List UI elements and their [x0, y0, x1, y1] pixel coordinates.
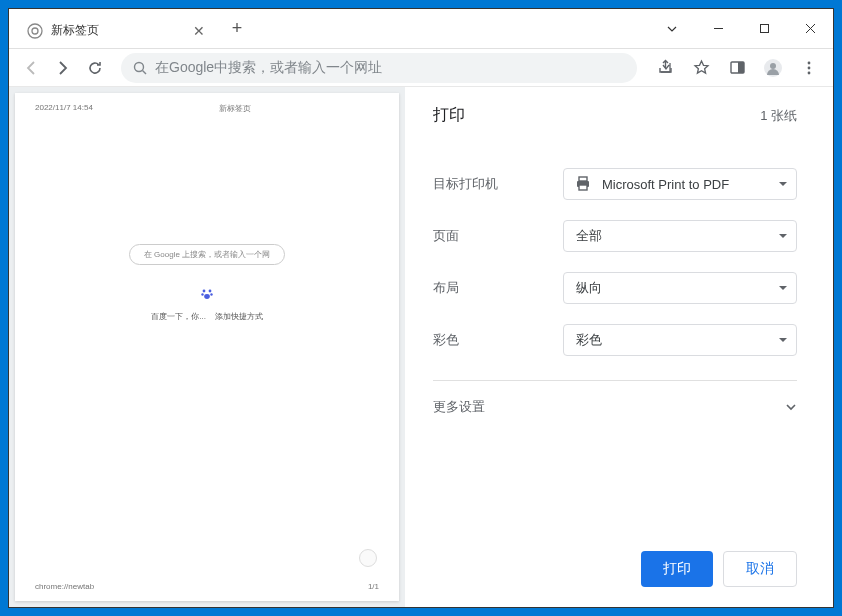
- svg-point-15: [201, 293, 203, 295]
- content-area: 2022/11/7 14:54 新标签页 在 Google 上搜索，或者输入一个…: [9, 87, 833, 607]
- close-button[interactable]: [787, 13, 833, 45]
- more-settings[interactable]: 更多设置: [433, 381, 797, 433]
- chevron-down-icon[interactable]: [649, 13, 695, 45]
- profile-icon[interactable]: [757, 52, 789, 84]
- print-settings-panel: 打印 1 张纸 目标打印机 Microsoft Print to PDF 页面 …: [405, 87, 833, 607]
- caret-down-icon: [778, 233, 788, 239]
- window-controls: [649, 13, 833, 45]
- maximize-button[interactable]: [741, 13, 787, 45]
- preview-fab: [359, 549, 377, 567]
- address-bar[interactable]: 在Google中搜索，或者输入一个网址: [121, 53, 637, 83]
- color-label: 彩色: [433, 331, 563, 349]
- menu-icon[interactable]: [793, 52, 825, 84]
- layout-row: 布局 纵向: [433, 262, 797, 314]
- preview-body: 在 Google 上搜索，或者输入一个网 百度一下，你... 添加快捷方式: [35, 114, 379, 582]
- print-title: 打印: [433, 105, 465, 126]
- pages-label: 页面: [433, 227, 563, 245]
- svg-point-4: [135, 62, 144, 71]
- print-header: 打印 1 张纸: [433, 105, 797, 126]
- forward-button[interactable]: [49, 54, 77, 82]
- svg-point-17: [204, 294, 210, 299]
- printer-icon: [574, 175, 592, 193]
- print-preview-pane: 2022/11/7 14:54 新标签页 在 Google 上搜索，或者输入一个…: [9, 87, 405, 607]
- destination-select[interactable]: Microsoft Print to PDF: [563, 168, 797, 200]
- svg-point-11: [808, 66, 811, 69]
- pages-select[interactable]: 全部: [563, 220, 797, 252]
- browser-window: 新标签页 ✕ + 在Google中搜索，或者输入一个网址: [8, 8, 834, 608]
- color-select[interactable]: 彩色: [563, 324, 797, 356]
- preview-pagenum: 1/1: [368, 582, 379, 591]
- preview-shortcuts: 百度一下，你... 添加快捷方式: [151, 311, 263, 322]
- destination-label: 目标打印机: [433, 175, 563, 193]
- more-settings-label: 更多设置: [433, 398, 485, 416]
- svg-point-13: [203, 290, 206, 293]
- svg-point-1: [32, 28, 38, 34]
- svg-rect-18: [579, 177, 587, 181]
- back-button[interactable]: [17, 54, 45, 82]
- preview-page-label: 新标签页: [219, 103, 251, 114]
- sheet-count: 1 张纸: [760, 107, 797, 125]
- preview-page: 2022/11/7 14:54 新标签页 在 Google 上搜索，或者输入一个…: [15, 93, 399, 601]
- svg-point-0: [28, 24, 42, 38]
- svg-rect-20: [579, 185, 587, 190]
- browser-tab[interactable]: 新标签页 ✕: [15, 14, 215, 48]
- toolbar: 在Google中搜索，或者输入一个网址: [9, 49, 833, 87]
- search-icon: [133, 61, 147, 75]
- preview-url: chrome://newtab: [35, 582, 94, 591]
- svg-point-12: [808, 71, 811, 74]
- caret-down-icon: [778, 181, 788, 187]
- layout-label: 布局: [433, 279, 563, 297]
- bookmark-icon[interactable]: [685, 52, 717, 84]
- action-buttons: 打印 取消: [433, 551, 797, 593]
- tab-title: 新标签页: [51, 22, 191, 39]
- caret-down-icon: [778, 285, 788, 291]
- caret-down-icon: [778, 337, 788, 343]
- svg-rect-3: [760, 25, 768, 33]
- svg-point-16: [210, 293, 212, 295]
- address-placeholder: 在Google中搜索，或者输入一个网址: [155, 59, 382, 77]
- preview-timestamp: 2022/11/7 14:54: [35, 103, 93, 114]
- paw-icon: [200, 287, 214, 301]
- pages-row: 页面 全部: [433, 210, 797, 262]
- chevron-down-icon: [785, 403, 797, 411]
- reload-button[interactable]: [81, 54, 109, 82]
- tab-close-button[interactable]: ✕: [191, 23, 207, 39]
- preview-header: 2022/11/7 14:54 新标签页: [35, 103, 379, 114]
- svg-line-5: [143, 70, 147, 74]
- cancel-button[interactable]: 取消: [723, 551, 797, 587]
- minimize-button[interactable]: [695, 13, 741, 45]
- svg-point-9: [770, 63, 776, 69]
- color-value: 彩色: [576, 331, 602, 349]
- preview-footer: chrome://newtab 1/1: [35, 582, 379, 591]
- destination-value: Microsoft Print to PDF: [602, 177, 729, 192]
- new-tab-button[interactable]: +: [223, 15, 251, 43]
- chrome-icon: [27, 23, 43, 39]
- layout-select[interactable]: 纵向: [563, 272, 797, 304]
- color-row: 彩色 彩色: [433, 314, 797, 366]
- svg-point-10: [808, 61, 811, 64]
- preview-search-box: 在 Google 上搜索，或者输入一个网: [129, 244, 285, 265]
- titlebar: 新标签页 ✕ +: [9, 9, 833, 49]
- pages-value: 全部: [576, 227, 602, 245]
- svg-rect-7: [738, 62, 744, 73]
- side-panel-icon[interactable]: [721, 52, 753, 84]
- share-icon[interactable]: [649, 52, 681, 84]
- layout-value: 纵向: [576, 279, 602, 297]
- svg-point-14: [209, 290, 212, 293]
- destination-row: 目标打印机 Microsoft Print to PDF: [433, 158, 797, 210]
- print-button[interactable]: 打印: [641, 551, 713, 587]
